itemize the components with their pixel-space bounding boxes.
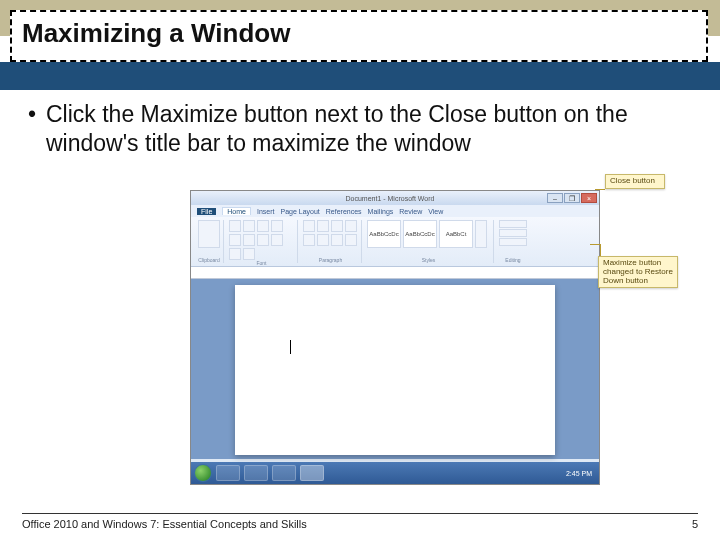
tab-references[interactable]: References bbox=[326, 208, 362, 215]
style-heading1[interactable]: AaBbCt bbox=[439, 220, 473, 248]
callout-restore-button: Maximize button changed to Restore Down … bbox=[598, 256, 678, 288]
taskbar-item[interactable] bbox=[216, 465, 240, 481]
document-page bbox=[235, 285, 555, 455]
tray-time: 2:45 PM bbox=[566, 470, 592, 477]
styles-more[interactable] bbox=[475, 220, 487, 248]
paste-button[interactable] bbox=[198, 220, 220, 248]
group-clipboard: Clipboard bbox=[195, 220, 224, 263]
tab-mailings[interactable]: Mailings bbox=[368, 208, 394, 215]
bullet-1: • Click the Maximize button next to the … bbox=[28, 100, 692, 158]
tab-view[interactable]: View bbox=[428, 208, 443, 215]
callout-close-button: Close button bbox=[605, 174, 665, 189]
minimize-button[interactable]: – bbox=[547, 193, 563, 203]
word-screenshot: Document1 - Microsoft Word – ❐ × File Ho… bbox=[190, 190, 600, 485]
font-btn[interactable] bbox=[257, 220, 269, 232]
slide-title: Maximizing a Window bbox=[22, 18, 696, 49]
group-font: Font bbox=[226, 220, 298, 263]
font-btn[interactable] bbox=[271, 234, 283, 246]
ruler bbox=[191, 267, 599, 279]
tab-file[interactable]: File bbox=[197, 208, 216, 215]
ribbon-tabs: File Home Insert Page Layout References … bbox=[191, 205, 599, 217]
group-paragraph-label: Paragraph bbox=[303, 257, 358, 263]
windows-taskbar: 2:45 PM bbox=[191, 462, 599, 484]
style-nospacing[interactable]: AaBbCcDc bbox=[403, 220, 437, 248]
word-titlebar: Document1 - Microsoft Word – ❐ × bbox=[191, 191, 599, 205]
tab-insert[interactable]: Insert bbox=[257, 208, 275, 215]
restore-button[interactable]: ❐ bbox=[564, 193, 580, 203]
group-styles: AaBbCcDc AaBbCcDc AaBbCt Styles bbox=[364, 220, 494, 263]
document-area bbox=[191, 279, 599, 459]
start-button[interactable] bbox=[194, 464, 212, 482]
callout-leader bbox=[595, 189, 605, 190]
page-number: 5 bbox=[692, 518, 698, 530]
font-btn[interactable] bbox=[229, 220, 241, 232]
close-button[interactable]: × bbox=[581, 193, 597, 203]
para-btn[interactable] bbox=[345, 220, 357, 232]
taskbar-word-icon[interactable] bbox=[300, 465, 324, 481]
taskbar-item[interactable] bbox=[244, 465, 268, 481]
window-buttons: – ❐ × bbox=[547, 193, 597, 203]
bullet-1-text: Click the Maximize button next to the Cl… bbox=[46, 100, 692, 158]
select-btn[interactable] bbox=[499, 238, 527, 246]
para-btn[interactable] bbox=[303, 220, 315, 232]
word-titlebar-text: Document1 - Microsoft Word bbox=[233, 195, 547, 202]
text-cursor bbox=[290, 340, 291, 354]
find-btn[interactable] bbox=[499, 220, 527, 228]
font-btn[interactable] bbox=[243, 234, 255, 246]
para-btn[interactable] bbox=[331, 234, 343, 246]
group-editing: Editing bbox=[496, 220, 530, 263]
font-btn[interactable] bbox=[257, 234, 269, 246]
slide-title-box: Maximizing a Window bbox=[10, 10, 708, 62]
tab-home[interactable]: Home bbox=[222, 207, 251, 215]
group-editing-label: Editing bbox=[499, 257, 527, 263]
para-btn[interactable] bbox=[317, 220, 329, 232]
style-normal[interactable]: AaBbCcDc bbox=[367, 220, 401, 248]
taskbar-item[interactable] bbox=[272, 465, 296, 481]
blue-band bbox=[0, 62, 720, 90]
font-btn[interactable] bbox=[271, 220, 283, 232]
font-btn[interactable] bbox=[243, 220, 255, 232]
slide-body: • Click the Maximize button next to the … bbox=[28, 100, 692, 158]
tab-review[interactable]: Review bbox=[399, 208, 422, 215]
footer-text: Office 2010 and Windows 7: Essential Con… bbox=[22, 518, 307, 530]
slide-footer: Office 2010 and Windows 7: Essential Con… bbox=[22, 513, 698, 530]
para-btn[interactable] bbox=[345, 234, 357, 246]
replace-btn[interactable] bbox=[499, 229, 527, 237]
callout-leader bbox=[590, 244, 600, 245]
ribbon: Clipboard Font Paragraph AaBbCcDc AaBbCc… bbox=[191, 217, 599, 267]
group-clipboard-label: Clipboard bbox=[198, 257, 220, 263]
group-font-label: Font bbox=[229, 260, 294, 266]
para-btn[interactable] bbox=[303, 234, 315, 246]
para-btn[interactable] bbox=[317, 234, 329, 246]
system-tray: 2:45 PM bbox=[566, 470, 596, 477]
para-btn[interactable] bbox=[331, 220, 343, 232]
group-paragraph: Paragraph bbox=[300, 220, 362, 263]
font-btn[interactable] bbox=[243, 248, 255, 260]
bullet-dot: • bbox=[28, 100, 46, 158]
font-btn[interactable] bbox=[229, 234, 241, 246]
tab-layout[interactable]: Page Layout bbox=[280, 208, 319, 215]
font-btn[interactable] bbox=[229, 248, 241, 260]
group-styles-label: Styles bbox=[367, 257, 490, 263]
